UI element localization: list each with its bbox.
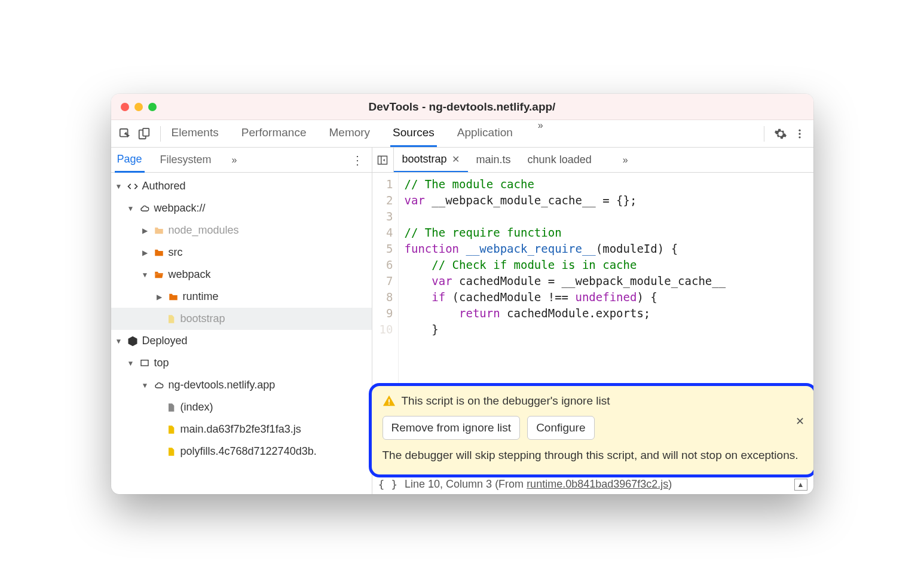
- tree-webpack-folder[interactable]: ▼ webpack: [111, 264, 372, 286]
- remove-from-ignore-button[interactable]: Remove from ignore list: [383, 416, 521, 440]
- folder-icon: [153, 247, 165, 259]
- cloud-icon: [139, 203, 151, 215]
- tree-label: top: [154, 357, 169, 369]
- show-drawer-icon[interactable]: ▲: [794, 479, 807, 491]
- file-tab-label: chunk loaded: [528, 154, 592, 166]
- svg-rect-2: [143, 128, 149, 136]
- svg-point-4: [798, 133, 800, 134]
- svg-rect-6: [141, 360, 148, 365]
- file-tree: ▼ Authored ▼ webpack:// ▶ node_modules ▶: [111, 173, 372, 494]
- pretty-print-icon[interactable]: { }: [378, 478, 398, 491]
- frame-icon: [139, 357, 151, 369]
- tab-elements[interactable]: Elements: [169, 120, 221, 147]
- file-tabs: bootstrap ✕ main.ts chunk loaded »: [372, 148, 813, 173]
- tree-mainjs[interactable]: main.da63f7b2fe3f1fa3.js: [111, 418, 372, 440]
- divider: [160, 126, 161, 142]
- window-title: DevTools - ng-devtools.netlify.app/: [121, 100, 804, 114]
- tree-bootstrap[interactable]: bootstrap: [111, 308, 372, 330]
- editor-pane: bootstrap ✕ main.ts chunk loaded » 1 2 3…: [372, 148, 813, 494]
- tree-label: webpack: [169, 268, 211, 281]
- tab-sources[interactable]: Sources: [390, 120, 437, 147]
- sidebar-kebab-icon[interactable]: ⋮: [347, 153, 368, 167]
- chevron-right-icon: ▶: [141, 249, 149, 257]
- more-sidebar-tabs-icon[interactable]: »: [227, 155, 242, 166]
- cube-icon: [127, 335, 139, 347]
- tree-label: Deployed: [142, 335, 188, 347]
- tree-label: Authored: [142, 180, 186, 192]
- file-tab-bootstrap[interactable]: bootstrap ✕: [394, 148, 468, 172]
- file-tab-label: bootstrap: [402, 153, 447, 166]
- toggle-navigator-icon[interactable]: [372, 148, 394, 172]
- tree-authored[interactable]: ▼ Authored: [111, 175, 372, 197]
- svg-point-3: [798, 129, 800, 131]
- chevron-right-icon: ▶: [155, 293, 164, 301]
- content: Page Filesystem » ⋮ ▼ Authored ▼ webpack…: [111, 148, 813, 494]
- js-file-icon: [165, 446, 177, 458]
- tree-label: main.da63f7b2fe3f1fa3.js: [180, 423, 301, 436]
- tab-performance[interactable]: Performance: [239, 120, 309, 147]
- more-file-tabs-icon[interactable]: »: [618, 155, 633, 166]
- chevron-down-icon: ▼: [141, 381, 149, 390]
- chevron-down-icon: ▼: [115, 182, 123, 191]
- chevron-down-icon: ▼: [127, 204, 135, 213]
- banner-description: The debugger will skip stepping through …: [383, 447, 803, 464]
- tree-label: webpack://: [154, 202, 206, 215]
- device-toggle-icon[interactable]: [136, 126, 152, 142]
- folder-open-icon: [153, 269, 165, 281]
- banner-buttons: Remove from ignore list Configure: [383, 416, 803, 440]
- tree-index[interactable]: (index): [111, 396, 372, 418]
- file-tab-main[interactable]: main.ts: [468, 148, 519, 172]
- tree-label: bootstrap: [180, 313, 225, 325]
- tab-memory[interactable]: Memory: [326, 120, 372, 147]
- svg-rect-7: [378, 156, 387, 164]
- close-tab-icon[interactable]: ✕: [452, 154, 460, 165]
- chevron-down-icon: ▼: [141, 271, 149, 279]
- code-icon: [127, 180, 139, 192]
- tree-label: (index): [180, 401, 213, 414]
- source-map-link[interactable]: runtime.0b841bad3967f3c2.js: [527, 478, 668, 490]
- tree-webpack-scheme[interactable]: ▼ webpack://: [111, 197, 372, 219]
- chevron-right-icon: ▶: [141, 226, 149, 235]
- close-banner-icon[interactable]: ✕: [796, 415, 804, 428]
- folder-icon: [167, 291, 179, 303]
- tree-label: polyfills.4c768d7122740d3b.: [180, 445, 317, 458]
- settings-icon[interactable]: [773, 126, 788, 142]
- sources-sidebar: Page Filesystem » ⋮ ▼ Authored ▼ webpack…: [111, 148, 372, 494]
- divider: [764, 126, 764, 142]
- svg-rect-10: [388, 404, 390, 405]
- chevron-down-icon: ▼: [127, 359, 135, 368]
- tree-label: runtime: [183, 290, 219, 303]
- tree-label: node_modules: [169, 224, 239, 237]
- file-tab-chunk[interactable]: chunk loaded: [519, 148, 600, 172]
- file-tab-label: main.ts: [476, 154, 511, 166]
- sidebar-tab-filesystem[interactable]: Filesystem: [158, 148, 214, 172]
- file-icon: [165, 313, 177, 325]
- banner-header: This script is on the debugger's ignore …: [383, 394, 803, 408]
- panel-tabs: Elements Performance Memory Sources Appl…: [169, 120, 548, 147]
- sidebar-tabs: Page Filesystem » ⋮: [111, 148, 372, 173]
- tree-src[interactable]: ▶ src: [111, 241, 372, 264]
- tree-top[interactable]: ▼ top: [111, 352, 372, 374]
- configure-button[interactable]: Configure: [527, 416, 594, 440]
- chevron-down-icon: ▼: [115, 337, 123, 345]
- banner-title: This script is on the debugger's ignore …: [402, 394, 610, 408]
- cloud-icon: [153, 379, 165, 391]
- tree-polyfills[interactable]: polyfills.4c768d7122740d3b.: [111, 440, 372, 463]
- more-tabs-icon[interactable]: »: [533, 120, 548, 147]
- tree-label: ng-devtools.netlify.app: [169, 379, 276, 391]
- tree-deployed[interactable]: ▼ Deployed: [111, 330, 372, 352]
- kebab-menu-icon[interactable]: [792, 126, 807, 142]
- tree-runtime[interactable]: ▶ runtime: [111, 286, 372, 308]
- svg-rect-9: [388, 400, 390, 403]
- file-icon: [165, 402, 177, 414]
- ignore-list-banner: This script is on the debugger's ignore …: [369, 383, 813, 477]
- tree-node-modules[interactable]: ▶ node_modules: [111, 219, 372, 241]
- inspect-element-icon[interactable]: [117, 126, 133, 142]
- svg-point-5: [798, 136, 800, 138]
- tab-application[interactable]: Application: [455, 120, 515, 147]
- cursor-position: Line 10, Column 3 (From runtime.0b841bad…: [405, 478, 672, 491]
- devtools-window: DevTools - ng-devtools.netlify.app/ Elem…: [111, 94, 813, 494]
- tree-domain[interactable]: ▼ ng-devtools.netlify.app: [111, 374, 372, 396]
- main-toolbar: Elements Performance Memory Sources Appl…: [111, 120, 813, 148]
- sidebar-tab-page[interactable]: Page: [115, 148, 145, 173]
